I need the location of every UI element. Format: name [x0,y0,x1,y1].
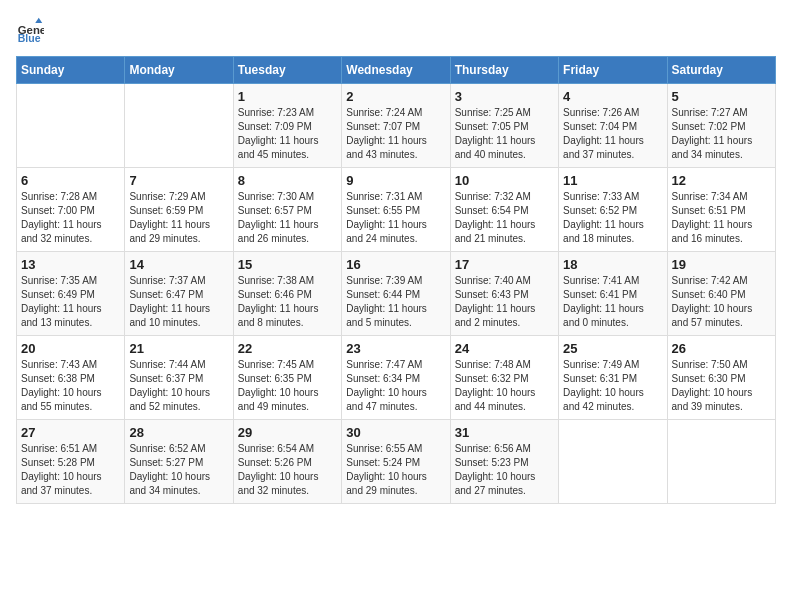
day-number: 14 [129,257,228,272]
day-number: 3 [455,89,554,104]
day-info: Sunrise: 7:31 AM Sunset: 6:55 PM Dayligh… [346,190,445,246]
day-info: Sunrise: 7:38 AM Sunset: 6:46 PM Dayligh… [238,274,337,330]
calendar-day-cell: 29Sunrise: 6:54 AM Sunset: 5:26 PM Dayli… [233,420,341,504]
day-number: 31 [455,425,554,440]
calendar-day-cell: 21Sunrise: 7:44 AM Sunset: 6:37 PM Dayli… [125,336,233,420]
weekday-header: Saturday [667,57,775,84]
calendar-week-row: 6Sunrise: 7:28 AM Sunset: 7:00 PM Daylig… [17,168,776,252]
calendar-day-cell: 28Sunrise: 6:52 AM Sunset: 5:27 PM Dayli… [125,420,233,504]
calendar-day-cell: 10Sunrise: 7:32 AM Sunset: 6:54 PM Dayli… [450,168,558,252]
day-number: 27 [21,425,120,440]
calendar-day-cell: 22Sunrise: 7:45 AM Sunset: 6:35 PM Dayli… [233,336,341,420]
day-info: Sunrise: 7:44 AM Sunset: 6:37 PM Dayligh… [129,358,228,414]
calendar-week-row: 13Sunrise: 7:35 AM Sunset: 6:49 PM Dayli… [17,252,776,336]
calendar-day-cell [667,420,775,504]
calendar-day-cell: 16Sunrise: 7:39 AM Sunset: 6:44 PM Dayli… [342,252,450,336]
day-number: 9 [346,173,445,188]
calendar-day-cell: 4Sunrise: 7:26 AM Sunset: 7:04 PM Daylig… [559,84,667,168]
day-number: 1 [238,89,337,104]
day-info: Sunrise: 7:47 AM Sunset: 6:34 PM Dayligh… [346,358,445,414]
day-number: 24 [455,341,554,356]
calendar-day-cell: 27Sunrise: 6:51 AM Sunset: 5:28 PM Dayli… [17,420,125,504]
calendar-day-cell [559,420,667,504]
day-number: 19 [672,257,771,272]
day-number: 28 [129,425,228,440]
day-info: Sunrise: 7:32 AM Sunset: 6:54 PM Dayligh… [455,190,554,246]
day-number: 29 [238,425,337,440]
calendar-day-cell: 7Sunrise: 7:29 AM Sunset: 6:59 PM Daylig… [125,168,233,252]
day-info: Sunrise: 7:33 AM Sunset: 6:52 PM Dayligh… [563,190,662,246]
day-info: Sunrise: 7:48 AM Sunset: 6:32 PM Dayligh… [455,358,554,414]
calendar-day-cell: 23Sunrise: 7:47 AM Sunset: 6:34 PM Dayli… [342,336,450,420]
day-info: Sunrise: 7:37 AM Sunset: 6:47 PM Dayligh… [129,274,228,330]
calendar-table: SundayMondayTuesdayWednesdayThursdayFrid… [16,56,776,504]
weekday-header: Friday [559,57,667,84]
day-number: 13 [21,257,120,272]
day-number: 11 [563,173,662,188]
calendar-day-cell: 2Sunrise: 7:24 AM Sunset: 7:07 PM Daylig… [342,84,450,168]
day-number: 15 [238,257,337,272]
day-number: 25 [563,341,662,356]
calendar-day-cell: 11Sunrise: 7:33 AM Sunset: 6:52 PM Dayli… [559,168,667,252]
calendar-day-cell: 19Sunrise: 7:42 AM Sunset: 6:40 PM Dayli… [667,252,775,336]
calendar-day-cell: 17Sunrise: 7:40 AM Sunset: 6:43 PM Dayli… [450,252,558,336]
calendar-day-cell: 13Sunrise: 7:35 AM Sunset: 6:49 PM Dayli… [17,252,125,336]
day-number: 10 [455,173,554,188]
calendar-day-cell: 14Sunrise: 7:37 AM Sunset: 6:47 PM Dayli… [125,252,233,336]
weekday-header: Tuesday [233,57,341,84]
day-info: Sunrise: 7:50 AM Sunset: 6:30 PM Dayligh… [672,358,771,414]
day-info: Sunrise: 7:29 AM Sunset: 6:59 PM Dayligh… [129,190,228,246]
weekday-header: Monday [125,57,233,84]
day-number: 26 [672,341,771,356]
svg-text:Blue: Blue [18,32,41,44]
calendar-day-cell: 31Sunrise: 6:56 AM Sunset: 5:23 PM Dayli… [450,420,558,504]
calendar-week-row: 1Sunrise: 7:23 AM Sunset: 7:09 PM Daylig… [17,84,776,168]
day-info: Sunrise: 7:43 AM Sunset: 6:38 PM Dayligh… [21,358,120,414]
day-info: Sunrise: 7:40 AM Sunset: 6:43 PM Dayligh… [455,274,554,330]
day-number: 18 [563,257,662,272]
day-info: Sunrise: 6:54 AM Sunset: 5:26 PM Dayligh… [238,442,337,498]
calendar-week-row: 20Sunrise: 7:43 AM Sunset: 6:38 PM Dayli… [17,336,776,420]
day-info: Sunrise: 7:49 AM Sunset: 6:31 PM Dayligh… [563,358,662,414]
day-number: 6 [21,173,120,188]
day-info: Sunrise: 7:45 AM Sunset: 6:35 PM Dayligh… [238,358,337,414]
page-header: General Blue [16,16,776,44]
calendar-body: 1Sunrise: 7:23 AM Sunset: 7:09 PM Daylig… [17,84,776,504]
calendar-day-cell: 3Sunrise: 7:25 AM Sunset: 7:05 PM Daylig… [450,84,558,168]
day-info: Sunrise: 7:41 AM Sunset: 6:41 PM Dayligh… [563,274,662,330]
day-info: Sunrise: 7:24 AM Sunset: 7:07 PM Dayligh… [346,106,445,162]
day-number: 8 [238,173,337,188]
day-info: Sunrise: 7:28 AM Sunset: 7:00 PM Dayligh… [21,190,120,246]
day-info: Sunrise: 7:34 AM Sunset: 6:51 PM Dayligh… [672,190,771,246]
calendar-header-row: SundayMondayTuesdayWednesdayThursdayFrid… [17,57,776,84]
calendar-day-cell [17,84,125,168]
day-info: Sunrise: 6:55 AM Sunset: 5:24 PM Dayligh… [346,442,445,498]
calendar-day-cell: 8Sunrise: 7:30 AM Sunset: 6:57 PM Daylig… [233,168,341,252]
calendar-day-cell: 15Sunrise: 7:38 AM Sunset: 6:46 PM Dayli… [233,252,341,336]
svg-marker-2 [35,18,42,23]
calendar-day-cell: 18Sunrise: 7:41 AM Sunset: 6:41 PM Dayli… [559,252,667,336]
calendar-day-cell [125,84,233,168]
day-number: 23 [346,341,445,356]
day-number: 16 [346,257,445,272]
day-info: Sunrise: 7:25 AM Sunset: 7:05 PM Dayligh… [455,106,554,162]
day-info: Sunrise: 7:30 AM Sunset: 6:57 PM Dayligh… [238,190,337,246]
calendar-day-cell: 30Sunrise: 6:55 AM Sunset: 5:24 PM Dayli… [342,420,450,504]
day-number: 2 [346,89,445,104]
logo: General Blue [16,16,44,44]
day-info: Sunrise: 7:23 AM Sunset: 7:09 PM Dayligh… [238,106,337,162]
logo-icon: General Blue [16,16,44,44]
calendar-day-cell: 6Sunrise: 7:28 AM Sunset: 7:00 PM Daylig… [17,168,125,252]
calendar-day-cell: 1Sunrise: 7:23 AM Sunset: 7:09 PM Daylig… [233,84,341,168]
weekday-header: Sunday [17,57,125,84]
day-info: Sunrise: 7:27 AM Sunset: 7:02 PM Dayligh… [672,106,771,162]
day-info: Sunrise: 6:51 AM Sunset: 5:28 PM Dayligh… [21,442,120,498]
day-number: 17 [455,257,554,272]
weekday-header: Thursday [450,57,558,84]
day-info: Sunrise: 7:26 AM Sunset: 7:04 PM Dayligh… [563,106,662,162]
day-info: Sunrise: 7:42 AM Sunset: 6:40 PM Dayligh… [672,274,771,330]
day-info: Sunrise: 7:39 AM Sunset: 6:44 PM Dayligh… [346,274,445,330]
day-number: 21 [129,341,228,356]
day-info: Sunrise: 7:35 AM Sunset: 6:49 PM Dayligh… [21,274,120,330]
calendar-week-row: 27Sunrise: 6:51 AM Sunset: 5:28 PM Dayli… [17,420,776,504]
